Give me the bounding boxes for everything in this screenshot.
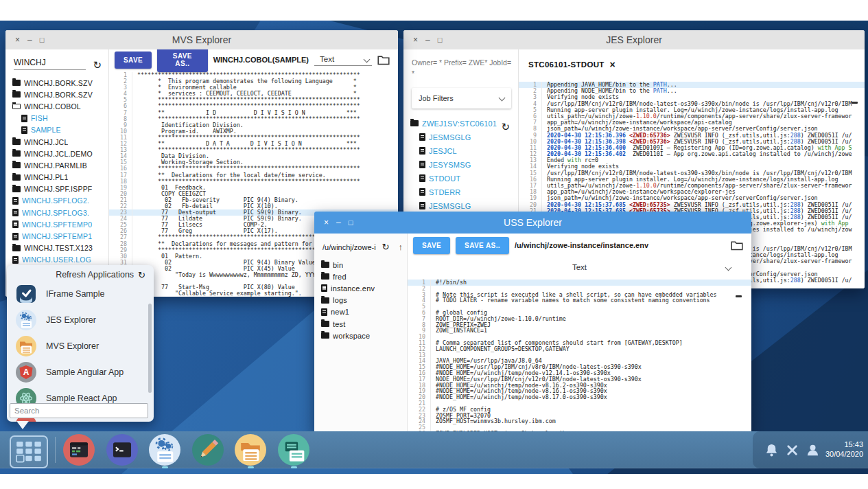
- tree-item[interactable]: WINCHJ.COBOL: [12, 100, 108, 112]
- tree-item-label: JESJCL: [429, 147, 457, 155]
- search-input[interactable]: [10, 403, 148, 418]
- launcher-app-iframe-sample[interactable]: IFrame Sample: [7, 281, 154, 307]
- tab-stc06101-stdout[interactable]: STC06101-STDOUT ×: [528, 59, 615, 70]
- tree-item[interactable]: WINCHJ.JCL.DEMO: [12, 148, 108, 159]
- close-icon[interactable]: ×: [15, 36, 20, 44]
- tree-item[interactable]: JESMSGLG: [410, 199, 518, 213]
- job-filters-accordion[interactable]: Job Filters: [412, 88, 511, 109]
- tree-item[interactable]: WINCHJ.USER.LOG: [12, 254, 108, 266]
- tree-item[interactable]: WINCHJ.SPF.ISPPF: [12, 183, 108, 195]
- maximize-icon[interactable]: □: [40, 36, 45, 44]
- refresh-icon[interactable]: ↻: [138, 271, 145, 280]
- tree-item[interactable]: JESYSMSG: [410, 158, 518, 172]
- save-as-button[interactable]: SAVE AS..: [456, 237, 509, 254]
- tree-item[interactable]: WINCHJ.TEST.X123: [12, 242, 108, 254]
- tree-item[interactable]: FISH: [12, 113, 108, 124]
- tree-item[interactable]: WINCHJ.SPFTEMP1: [12, 230, 108, 242]
- launcher-app-mvs-explorer[interactable]: MVS Explorer: [7, 333, 154, 359]
- tree-item[interactable]: STDOUT: [410, 172, 518, 185]
- mvs-explorer-icon: [16, 336, 36, 356]
- open-folder-icon[interactable]: [377, 55, 390, 65]
- tab-label: STC06101-STDOUT: [528, 60, 605, 69]
- line-number: 7: [519, 120, 542, 126]
- tree-item[interactable]: SAMPLE: [12, 124, 108, 136]
- tree-item[interactable]: WINCHJ.BORK.SZV: [12, 89, 108, 100]
- minimize-icon[interactable]: –: [336, 218, 341, 227]
- taskbar-app-uss-explorer[interactable]: [278, 434, 309, 466]
- tree-item[interactable]: WINCHJ.PARMLIB: [12, 159, 108, 171]
- refresh-icon[interactable]: ↻: [501, 121, 510, 133]
- save-button[interactable]: SAVE: [115, 52, 152, 69]
- notifications-bell-icon[interactable]: [764, 442, 779, 458]
- line-number: 2: [519, 88, 542, 94]
- file-icon: [321, 308, 327, 316]
- line-number: 1: [519, 82, 542, 88]
- taskbar-app-editor-pencil[interactable]: [192, 434, 224, 466]
- mvs-titlebar[interactable]: × – □ MVS Explorer: [5, 30, 398, 50]
- launcher-app-jes-explorer[interactable]: JES Explorer: [7, 307, 154, 333]
- tree-item[interactable]: new1: [321, 306, 407, 318]
- user-account-icon[interactable]: [805, 442, 821, 458]
- up-directory-icon[interactable]: ↑: [399, 242, 403, 252]
- syntax-select[interactable]: Text: [408, 257, 751, 277]
- tree-item[interactable]: JESJCL: [410, 144, 518, 158]
- tree-item[interactable]: logs: [321, 295, 407, 306]
- scrollbar-marker[interactable]: [736, 295, 742, 297]
- tree-item[interactable]: WINCHJ.SPFTEMP0: [12, 218, 108, 230]
- taskbar-app-terminal-3270[interactable]: [63, 434, 95, 466]
- jes-titlebar[interactable]: × – □ JES Explorer: [403, 30, 865, 50]
- close-icon[interactable]: ×: [413, 36, 418, 44]
- tree-item[interactable]: workspace: [321, 330, 407, 341]
- tree-item[interactable]: WINCHJ.BORK.SZV: [12, 77, 108, 89]
- code-editor[interactable]: 1#!/bin/sh23# Note this script is execut…: [408, 277, 751, 433]
- grid-icon: [16, 442, 42, 463]
- tree-item[interactable]: WINCHJ.SPFLOG2.: [12, 195, 108, 207]
- letterbox-top: [0, 0, 868, 21]
- settings-tools-icon[interactable]: [784, 442, 800, 458]
- tree-item-label: WINCHJ.BORK.SZV: [24, 79, 93, 87]
- folder-icon: [12, 245, 21, 251]
- refresh-icon[interactable]: ↻: [93, 60, 102, 70]
- refresh-icon[interactable]: ↻: [382, 242, 390, 251]
- minimize-icon[interactable]: –: [27, 36, 32, 44]
- app-grid-button[interactable]: [10, 435, 48, 468]
- close-icon[interactable]: ×: [324, 218, 329, 227]
- qualifier-input[interactable]: WINCHJ: [14, 56, 86, 70]
- tree-item[interactable]: STDERR: [410, 185, 518, 199]
- dataset-tree: WINCHJ.BORK.SZVWINCHJ.BORK.SZVWINCHJ.COB…: [5, 73, 108, 266]
- maximize-icon[interactable]: □: [349, 219, 353, 227]
- file-icon: [419, 188, 425, 196]
- scrollbar[interactable]: [148, 304, 152, 393]
- scrollbar-marker[interactable]: [852, 102, 858, 104]
- tree-item[interactable]: instance.env: [321, 282, 407, 294]
- syntax-select[interactable]: Text: [314, 54, 372, 66]
- job-icon: [410, 120, 419, 126]
- open-folder-icon[interactable]: [731, 240, 743, 251]
- minimize-icon[interactable]: –: [425, 36, 430, 44]
- taskbar-app-terminal-vt[interactable]: [106, 434, 138, 466]
- maximize-icon[interactable]: □: [438, 36, 443, 44]
- tree-item[interactable]: bin: [321, 259, 407, 271]
- taskbar-app-jes-explorer[interactable]: [149, 434, 180, 466]
- tree-item[interactable]: fred: [321, 271, 407, 282]
- tree-item-label: JESMSGLG: [429, 202, 471, 210]
- tree-item[interactable]: WINCHJ.JCL: [12, 136, 108, 148]
- tree-item[interactable]: WINCHJ.PL1: [12, 172, 108, 183]
- file-icon: [12, 197, 19, 205]
- taskbar-app-mvs-explorer[interactable]: [235, 434, 266, 466]
- taskbar: 15:43 30/04/2020: [0, 431, 868, 468]
- path-input[interactable]: /u/winchj/zowe-in: [322, 243, 376, 251]
- line-number: 8: [408, 322, 431, 328]
- uss-titlebar[interactable]: × – □ USS Explorer: [314, 212, 751, 234]
- tree-item[interactable]: test: [321, 318, 407, 330]
- chevron-down-icon: [725, 264, 732, 271]
- file-icon: [419, 133, 425, 141]
- folder-icon: [12, 91, 21, 98]
- save-button[interactable]: SAVE: [413, 237, 450, 254]
- tree-item[interactable]: WINCHJ.SPFLOG3.: [12, 207, 108, 218]
- tab-close-icon[interactable]: ×: [610, 59, 615, 70]
- refresh-applications-label[interactable]: Refresh Applications: [56, 270, 134, 280]
- launcher-app-sample-angular-app[interactable]: A Sample Angular App: [7, 359, 154, 385]
- save-as-button[interactable]: SAVE AS..: [157, 49, 208, 72]
- uss-toolbar: SAVE SAVE AS.. /u/winchj/zowe-instance/i…: [408, 234, 751, 257]
